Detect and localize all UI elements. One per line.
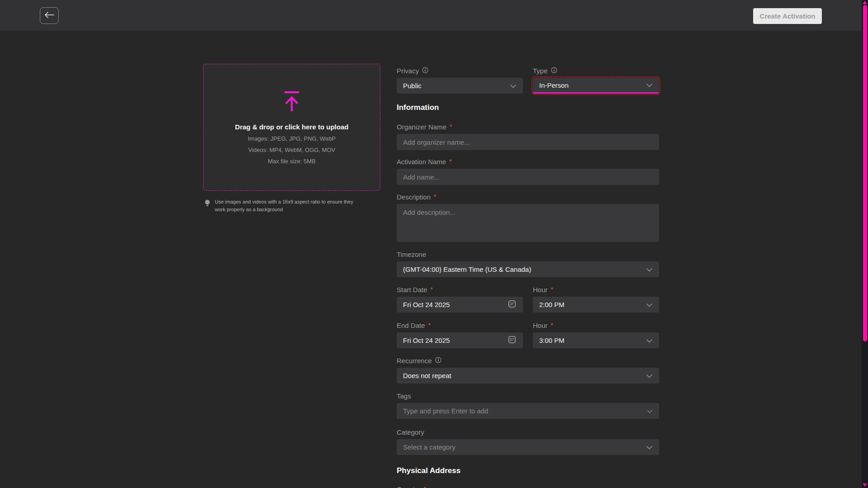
dropzone-max-size: Max file size: 5MB [268, 158, 315, 165]
calendar-icon [508, 335, 517, 346]
end-date-value: Fri Oct 24 2025 [403, 336, 503, 344]
activation-name-input[interactable] [397, 169, 659, 185]
info-icon [551, 67, 557, 75]
timezone-select[interactable]: (GMT-04:00) Eastern Time (US & Canada) [397, 261, 659, 277]
start-hour-select[interactable]: 2:00 PM [533, 297, 659, 313]
required-asterisk: * [450, 123, 452, 130]
physical-address-heading: Physical Address [397, 466, 659, 475]
scroll-up-arrow[interactable] [863, 1, 867, 4]
start-hour-label-text: Hour [533, 286, 548, 294]
upload-dropzone[interactable]: Drag & drop or click here to upload Imag… [203, 64, 380, 191]
timezone-label: Timezone [397, 250, 659, 258]
activation-form: Privacy Public Type In-Person [397, 66, 659, 488]
type-label-text: Type [533, 67, 548, 75]
chevron-down-icon [646, 81, 653, 89]
required-asterisk: * [428, 322, 431, 329]
recurrence-select[interactable]: Does not repeat [397, 368, 659, 384]
category-placeholder: Select a category [403, 443, 641, 451]
aspect-ratio-hint: Use images and videos with a 16x9 aspect… [203, 198, 371, 213]
tags-input[interactable]: Type and press Enter to add [397, 403, 659, 419]
required-asterisk: * [431, 286, 433, 293]
start-date-value: Fri Oct 24 2025 [403, 301, 503, 308]
tags-label-text: Tags [397, 392, 411, 400]
type-label: Type [533, 66, 659, 75]
create-activation-button[interactable]: Create Activation [753, 8, 822, 24]
calendar-icon [508, 299, 517, 310]
country-label: Country * [397, 485, 659, 488]
chevron-down-icon [646, 301, 653, 309]
chevron-down-icon [646, 443, 653, 451]
category-select[interactable]: Select a category [397, 439, 659, 455]
chevron-down-icon [646, 372, 653, 380]
recurrence-label-text: Recurrence [397, 357, 432, 365]
timezone-value: (GMT-04:00) Eastern Time (US & Canada) [403, 265, 641, 273]
end-date-label-text: End Date [397, 322, 425, 329]
end-hour-value: 3:00 PM [539, 336, 641, 344]
chevron-down-icon [646, 265, 653, 274]
required-asterisk: * [424, 485, 426, 488]
chevron-down-icon [647, 407, 653, 415]
category-label-text: Category [397, 428, 424, 436]
recurrence-value: Does not repeat [403, 372, 641, 379]
end-hour-label: Hour * [533, 321, 659, 329]
start-date-picker[interactable]: Fri Oct 24 2025 [397, 297, 523, 313]
type-select[interactable]: In-Person [533, 78, 659, 94]
required-asterisk: * [434, 193, 436, 200]
back-button[interactable] [40, 7, 59, 24]
lightbulb-icon [204, 199, 210, 213]
vertical-scrollbar[interactable] [862, 0, 868, 488]
hint-text: Use images and videos with a 16x9 aspect… [215, 198, 364, 213]
end-date-label: End Date * [397, 321, 523, 329]
required-asterisk: * [551, 322, 553, 329]
dropzone-title: Drag & drop or click here to upload [235, 123, 349, 131]
end-hour-select[interactable]: 3:00 PM [533, 332, 659, 348]
organizer-name-label: Organizer Name * [397, 123, 659, 131]
tags-label: Tags [397, 392, 659, 400]
end-date-picker[interactable]: Fri Oct 24 2025 [397, 332, 523, 348]
arrow-left-icon [44, 11, 54, 20]
description-textarea[interactable] [397, 204, 659, 242]
recurrence-label: Recurrence [397, 356, 659, 365]
privacy-label: Privacy [397, 66, 523, 75]
activation-name-label: Activation Name * [397, 157, 659, 166]
chevron-down-icon [510, 82, 517, 90]
timezone-label-text: Timezone [397, 251, 426, 258]
end-hour-label-text: Hour [533, 322, 548, 329]
required-asterisk: * [449, 158, 451, 165]
tags-placeholder: Type and press Enter to add [403, 407, 642, 415]
dropzone-images-formats: Images: JPEG, JPG, PNG, WebP [248, 135, 336, 142]
privacy-value: Public [403, 82, 505, 90]
description-label-text: Description [397, 193, 431, 201]
type-value: In-Person [539, 81, 641, 89]
category-label: Category [397, 428, 659, 436]
organizer-name-input[interactable] [397, 134, 659, 150]
privacy-label-text: Privacy [397, 67, 419, 75]
organizer-name-label-text: Organizer Name [397, 123, 446, 131]
activation-name-label-text: Activation Name [397, 158, 446, 166]
start-date-label-text: Start Date [397, 286, 427, 294]
chevron-down-icon [646, 336, 653, 345]
topbar: Create Activation [0, 0, 868, 31]
scroll-down-arrow[interactable] [863, 483, 867, 487]
start-date-label: Start Date * [397, 285, 523, 294]
country-label-text: Country [397, 485, 421, 488]
privacy-select[interactable]: Public [397, 78, 523, 94]
start-hour-label: Hour * [533, 285, 659, 294]
information-heading: Information [397, 103, 659, 112]
start-hour-value: 2:00 PM [539, 301, 641, 308]
dropzone-videos-formats: Videos: MP4, WebM, OGG, MOV [248, 147, 335, 153]
info-icon [422, 67, 428, 75]
description-label: Description * [397, 193, 659, 201]
scrollbar-thumb[interactable] [863, 5, 867, 341]
upload-arrow-icon [281, 90, 302, 115]
media-upload-section: Drag & drop or click here to upload Imag… [203, 64, 380, 213]
required-asterisk: * [551, 286, 553, 293]
info-icon [435, 357, 441, 365]
